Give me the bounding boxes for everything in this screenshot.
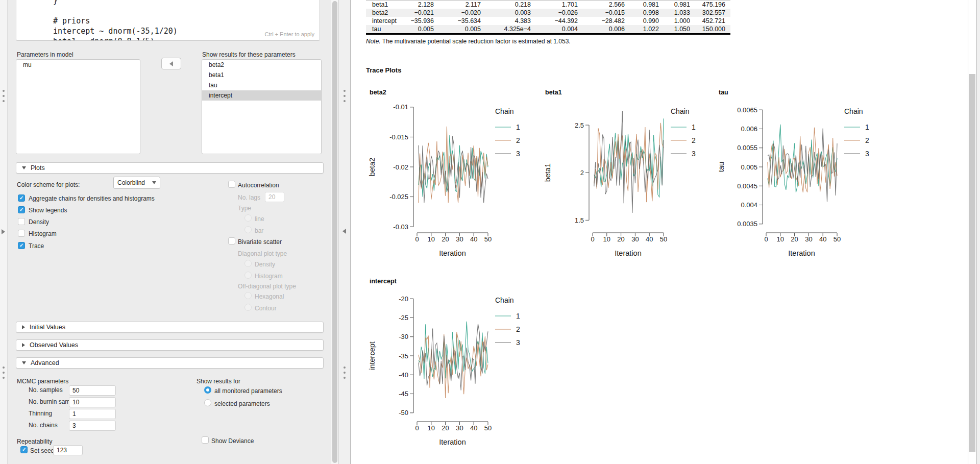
svg-text:20: 20	[442, 235, 449, 243]
drag-grip-icon[interactable]	[344, 372, 346, 374]
svg-text:0.005: 0.005	[741, 163, 757, 171]
trace-plot-tau: tau0.00650.0060.00550.0050.00450.0040.00…	[716, 85, 884, 268]
svg-text:-30: -30	[399, 333, 408, 340]
svg-text:2: 2	[580, 169, 584, 177]
table-cell: 0.981	[664, 1, 695, 9]
trace-plot-canvas: -0.01-0.015-0.02-0.025-0.03beta201020304…	[366, 98, 535, 268]
plot-option-checkbox-density[interactable]	[18, 218, 25, 225]
type-line-radio[interactable]	[244, 214, 252, 222]
drag-grip-icon[interactable]	[3, 100, 5, 102]
legend-title: Chain	[671, 107, 690, 115]
svg-text:10: 10	[428, 424, 435, 432]
table-cell: −44.392	[536, 17, 583, 25]
type-bar-radio[interactable]	[244, 226, 252, 233]
list-item-beta2[interactable]: beta2	[202, 60, 321, 70]
section-initial-values[interactable]: Initial Values	[16, 322, 324, 333]
table-cell: 0.004	[536, 25, 583, 34]
svg-text:0.0065: 0.0065	[737, 106, 757, 114]
list-item-mu[interactable]: mu	[16, 60, 140, 70]
panel-divider[interactable]	[338, 0, 351, 464]
table-cell: 4.325e−4	[486, 25, 536, 34]
color-scheme-dropdown[interactable]: Colorblind	[113, 177, 160, 189]
no-lags-input[interactable]: 20	[265, 192, 284, 202]
all-monitored-radio[interactable]	[204, 386, 211, 394]
legend-entry: 2	[865, 136, 869, 144]
drag-grip-icon[interactable]	[3, 372, 5, 374]
mcmc-field-input-thinning[interactable]: 1	[69, 409, 116, 419]
list-item-tau[interactable]: tau	[202, 80, 321, 90]
table-cell: −35.936	[406, 17, 439, 25]
apply-hint: Ctrl + Enter to apply	[264, 31, 314, 37]
drag-grip-icon[interactable]	[344, 100, 346, 102]
available-params-list[interactable]: mu	[16, 59, 140, 154]
table-row-intercept: intercept−35.936−35.6344.383−44.392−28.4…	[366, 17, 730, 25]
section-plots[interactable]: Plots	[16, 162, 324, 174]
drag-grip-icon[interactable]	[344, 377, 346, 379]
color-scheme-label: Color scheme for plots:	[17, 181, 80, 188]
collapse-panel-arrow-icon[interactable]	[342, 229, 346, 234]
selected-params-radio[interactable]	[204, 399, 211, 406]
drag-grip-icon[interactable]	[344, 90, 346, 92]
svg-text:30: 30	[805, 235, 812, 243]
svg-text:-0.015: -0.015	[389, 133, 408, 141]
assigned-params-list[interactable]: beta2beta1tauintercept	[202, 59, 322, 154]
set-seed-label: Set seed:	[30, 447, 56, 454]
offdiagonal-hexagonal-label: Hexagonal	[255, 293, 284, 300]
selected-params-label: selected parameters	[214, 400, 270, 407]
trace-plot-beta2: beta2-0.01-0.015-0.02-0.025-0.03beta2010…	[366, 85, 535, 268]
options-scrollbar-thumb[interactable]	[332, 1, 337, 463]
diagonal-density-radio[interactable]	[244, 260, 252, 267]
move-left-button[interactable]	[161, 58, 181, 69]
drag-grip-icon[interactable]	[3, 95, 5, 97]
plot-option-checkbox-trace[interactable]	[18, 242, 25, 249]
offdiagonal-hexagonal-radio[interactable]	[244, 292, 252, 299]
legend-entry: 1	[516, 312, 520, 320]
mcmc-field-input-no-chains[interactable]: 3	[69, 421, 116, 431]
table-cell: 2.128	[406, 1, 439, 9]
drag-grip-icon[interactable]	[3, 367, 5, 369]
diagonal-histogram-radio[interactable]	[244, 272, 252, 279]
show-deviance-checkbox[interactable]	[202, 436, 209, 444]
plot-option-checkbox-aggregate-chains-for-densities-and-histograms[interactable]	[18, 194, 25, 202]
drag-grip-icon[interactable]	[344, 367, 346, 369]
autocorrelation-checkbox[interactable]	[228, 181, 235, 188]
svg-text:1.5: 1.5	[575, 216, 584, 224]
table-cell: 0.003	[486, 9, 536, 17]
drag-grip-icon[interactable]	[344, 95, 346, 97]
drag-grip-icon[interactable]	[3, 377, 5, 379]
list-item-beta1[interactable]: beta1	[202, 70, 321, 80]
legend-entry: 1	[516, 123, 520, 131]
plot-option-checkbox-show-legends[interactable]	[18, 206, 25, 213]
table-cell: 0.998	[630, 9, 664, 17]
svg-text:2.5: 2.5	[575, 121, 584, 129]
svg-text:0.0055: 0.0055	[737, 144, 757, 152]
trace-plots-heading: Trace Plots	[366, 66, 401, 74]
bivariate-scatter-checkbox[interactable]	[228, 237, 235, 245]
svg-text:30: 30	[631, 235, 639, 243]
table-cell: −28.482	[583, 17, 630, 25]
seed-input[interactable]: 123	[53, 445, 83, 455]
set-seed-checkbox[interactable]	[20, 446, 28, 453]
drag-grip-icon[interactable]	[3, 90, 5, 92]
model-code-editor[interactable]: } # priors intercept ~ dnorm(-35,1/20) b…	[16, 0, 320, 41]
table-cell: tau	[366, 25, 406, 34]
options-scrollbar[interactable]	[331, 0, 338, 464]
mcmc-field-input-no-burnin-samples[interactable]: 10	[69, 397, 116, 407]
expand-panel-arrow-icon[interactable]	[2, 229, 5, 234]
results-scrollbar[interactable]	[968, 0, 976, 464]
mcmc-field-input-no-samples[interactable]: 50	[69, 385, 116, 396]
type-bar-label: bar	[255, 227, 263, 234]
svg-text:0.0035: 0.0035	[737, 220, 757, 228]
list-item-intercept[interactable]: intercept	[202, 90, 321, 101]
svg-text:50: 50	[834, 235, 841, 243]
results-scrollbar-thumb[interactable]	[969, 74, 975, 452]
section-advanced[interactable]: Advanced	[16, 357, 324, 369]
svg-text:10: 10	[603, 235, 610, 243]
plot-option-checkbox-histogram[interactable]	[18, 230, 25, 237]
svg-text:-20: -20	[399, 295, 408, 303]
table-cell: −0.026	[536, 9, 583, 17]
section-observed-values[interactable]: Observed Values	[16, 339, 324, 351]
diagonal-plot-type-label: Diagonal plot type	[238, 250, 287, 257]
offdiagonal-contour-radio[interactable]	[244, 304, 252, 311]
table-row-beta2: beta2−0.021−0.0200.003−0.026−0.0150.9981…	[366, 9, 730, 17]
